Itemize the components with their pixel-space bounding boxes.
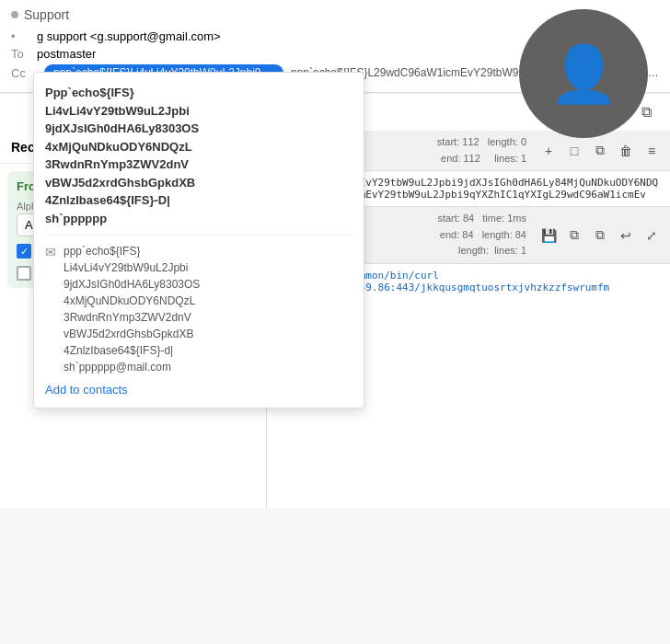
remove-nonalpha-checkbox[interactable] [17, 244, 31, 259]
output-time: time: 1ms [482, 213, 526, 224]
output-lines: lines: 1 [494, 245, 526, 256]
to-value: postmaster [37, 47, 96, 61]
output-start: start: 84 [437, 213, 474, 224]
contact-popup: Ppp`echo${IFS} Li4vLi4vY29tbW9uL2Jpbi 9j… [33, 72, 364, 408]
input-length: length: 0 [488, 136, 526, 147]
input-lines: lines: 1 [494, 153, 526, 164]
input-meta: start: 112 length: 0 end: 112 lines: 1 [437, 134, 526, 167]
undo-output-icon[interactable]: ↩ [615, 224, 637, 247]
header-dot [11, 11, 18, 18]
from-email: <g.support@gmail.com> [90, 29, 221, 43]
output-length: length: 84 [482, 229, 526, 240]
avatar: 👤 [519, 9, 648, 138]
input-start: start: 112 [437, 136, 479, 147]
popup-email-text: ppp`echo${IFS} Li4vLi4vY29tbW9uL2Jpbi 9j… [64, 243, 200, 375]
delete-input-icon[interactable]: 🗑 [615, 140, 637, 162]
email-icon: ✉ [45, 245, 56, 259]
folder-input-icon[interactable]: □ [563, 140, 585, 162]
from-name: g support [37, 29, 87, 43]
popup-divider [45, 235, 352, 236]
popup-email-row: ✉ ppp`echo${IFS} Li4vLi4vY29tbW9uL2Jpbi … [45, 243, 352, 375]
strict-mode-checkbox[interactable] [17, 266, 31, 281]
input-icons: + □ ⧉ 🗑 ≡ [537, 140, 663, 162]
input-end: end: 112 [441, 153, 480, 164]
menu-input-icon[interactable]: ≡ [641, 140, 663, 162]
to-label: To [11, 47, 37, 61]
send-output-icon[interactable]: ⧉ [589, 224, 611, 247]
popup-name: Ppp`echo${IFS} Li4vLi4vY29tbW9uL2Jpbi 9j… [45, 84, 352, 227]
output-lines-label: length: [458, 245, 491, 256]
copy-input-icon[interactable]: ⧉ [589, 140, 611, 162]
output-meta: start: 84 time: 1ms end: 84 length: 84 l… [437, 211, 526, 259]
expand-output-icon[interactable]: ⤢ [641, 224, 663, 247]
add-to-contacts-link[interactable]: Add to contacts [45, 383, 352, 397]
person-icon: 👤 [549, 41, 618, 107]
email-section: Support • g support <g.support@gmail.com… [0, 0, 670, 93]
from-bullet: • [11, 29, 37, 43]
support-title: Support [24, 7, 69, 22]
save-output-icon[interactable]: 💾 [537, 224, 560, 247]
output-icons: 💾 ⧉ ⧉ ↩ ⤢ [537, 224, 663, 247]
output-end: end: 84 [440, 229, 474, 240]
copy-output-icon[interactable]: ⧉ [563, 224, 585, 247]
add-input-icon[interactable]: + [537, 140, 560, 162]
